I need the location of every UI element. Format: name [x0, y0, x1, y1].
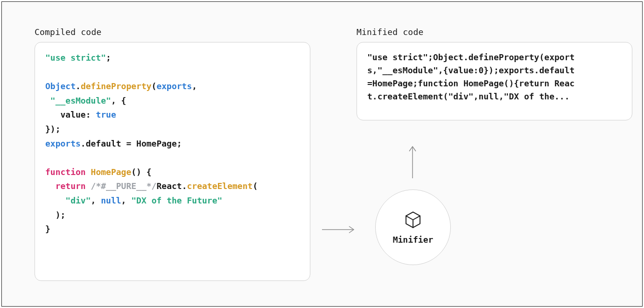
code-token: "__esModule"	[50, 96, 111, 105]
code-token: Object	[45, 81, 76, 91]
code-token: ,	[121, 196, 132, 205]
code-token: React.	[156, 181, 187, 191]
code-token: "DX of the Future"	[131, 196, 222, 205]
diagram-frame: Compiled code Minified code "use strict"…	[1, 1, 643, 307]
code-token	[86, 167, 91, 177]
code-token	[86, 181, 91, 191]
code-token	[45, 181, 56, 191]
code-token: function	[45, 167, 86, 177]
code-token: defineProperty	[81, 81, 152, 91]
code-token: null	[101, 196, 121, 205]
arrow-right-icon	[321, 225, 358, 234]
compiled-code-box: "use strict"; Object.defineProperty(expo…	[35, 42, 310, 281]
right-panel-label: Minified code	[357, 27, 423, 37]
code-token: .	[76, 81, 81, 91]
code-token: );	[45, 210, 65, 220]
minifier-label: Minifier	[393, 235, 434, 245]
code-token	[45, 96, 50, 105]
left-panel-label: Compiled code	[35, 27, 101, 37]
code-token: exports	[156, 81, 192, 91]
arrow-up-icon	[408, 142, 417, 179]
code-token: }	[45, 224, 50, 234]
code-token: ,	[91, 196, 101, 205]
minified-code-box: "use strict";Object.defineProperty(expor…	[357, 42, 632, 120]
code-token: "use strict"	[45, 53, 106, 63]
cube-icon	[404, 210, 422, 231]
code-token: /*#__PURE__*/	[91, 181, 157, 191]
code-token: true	[96, 110, 116, 119]
code-token: () {	[131, 167, 151, 177]
code-token: ;	[106, 53, 111, 63]
code-token: HomePage	[91, 167, 132, 177]
code-token: (	[252, 181, 258, 191]
code-token: });	[45, 124, 61, 134]
code-token: (	[152, 81, 157, 91]
code-token: createElement	[187, 181, 252, 191]
code-token	[45, 196, 65, 205]
code-token: exports	[45, 139, 81, 148]
minifier-node: Minifier	[375, 189, 451, 265]
code-token: .default = HomePage;	[81, 139, 182, 148]
code-token: , {	[111, 96, 126, 105]
code-token: "div"	[65, 196, 91, 205]
code-token: return	[56, 181, 86, 191]
code-token: value:	[45, 110, 96, 119]
code-token: ,	[192, 81, 197, 91]
